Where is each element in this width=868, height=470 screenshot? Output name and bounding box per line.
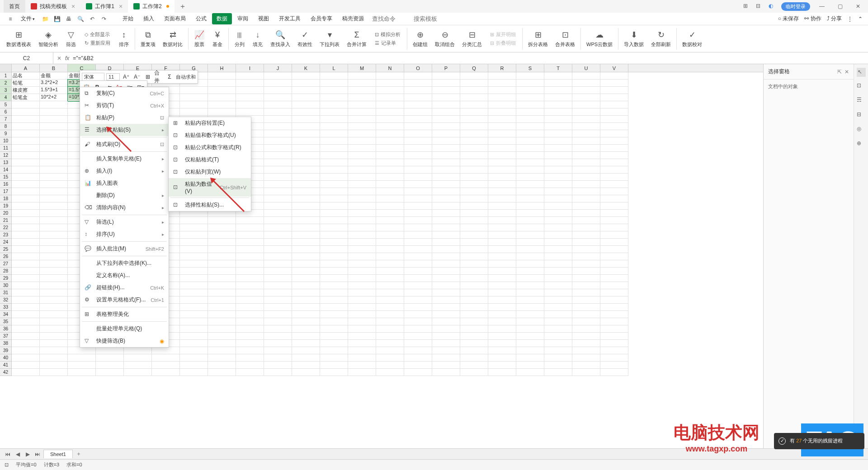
row-header[interactable]: 10 <box>0 137 12 145</box>
row-header[interactable]: 31 <box>0 289 12 296</box>
cell[interactable] <box>544 202 572 210</box>
cell[interactable] <box>376 246 404 253</box>
cell[interactable] <box>544 296 572 304</box>
tool-icon[interactable]: ⊕ <box>857 140 866 149</box>
cell[interactable] <box>264 188 292 195</box>
cell[interactable] <box>488 296 516 304</box>
cell[interactable] <box>376 137 404 145</box>
row-header[interactable]: 15 <box>0 174 12 181</box>
cell[interactable] <box>516 181 544 188</box>
cell[interactable] <box>264 239 292 246</box>
cell[interactable] <box>292 354 320 362</box>
search-command-input[interactable] <box>369 13 410 24</box>
cell[interactable] <box>236 275 264 282</box>
cell[interactable] <box>236 224 264 231</box>
menu-resource[interactable]: 稿壳资源 <box>338 13 368 24</box>
cell[interactable] <box>600 260 628 268</box>
paste-item[interactable]: 📋粘贴(P)⊡ <box>80 112 169 124</box>
row-header[interactable]: 29 <box>0 275 12 282</box>
paste-special-item[interactable]: ☰选择性粘贴(S)▸ <box>80 124 169 136</box>
cell[interactable] <box>516 289 544 296</box>
cell[interactable] <box>264 340 292 347</box>
cell[interactable] <box>404 94 432 101</box>
cell[interactable] <box>348 231 376 239</box>
cell[interactable] <box>600 289 628 296</box>
cell[interactable] <box>516 239 544 246</box>
cell[interactable] <box>404 217 432 224</box>
cell[interactable] <box>208 246 236 253</box>
cell[interactable] <box>600 152 628 159</box>
cell[interactable] <box>68 347 96 354</box>
cell[interactable] <box>516 87 544 94</box>
col-header-A[interactable]: A <box>12 64 40 72</box>
cell[interactable] <box>292 188 320 195</box>
cell[interactable] <box>544 87 572 94</box>
cell[interactable] <box>264 94 292 101</box>
cell[interactable] <box>180 354 208 362</box>
cell[interactable] <box>96 362 124 369</box>
cell[interactable] <box>432 202 460 210</box>
cell[interactable] <box>348 152 376 159</box>
cell[interactable] <box>516 145 544 152</box>
row-header[interactable]: 36 <box>0 325 12 333</box>
cell[interactable] <box>292 217 320 224</box>
cell[interactable] <box>40 304 68 311</box>
cell[interactable] <box>460 174 488 181</box>
cell[interactable] <box>404 116 432 123</box>
cell[interactable] <box>600 166 628 174</box>
cell[interactable] <box>488 333 516 340</box>
cell[interactable] <box>432 123 460 130</box>
cell[interactable] <box>40 318 68 325</box>
cell[interactable] <box>264 80 292 87</box>
cell[interactable] <box>208 239 236 246</box>
cell[interactable] <box>544 116 572 123</box>
cell[interactable] <box>348 145 376 152</box>
cell[interactable] <box>404 304 432 311</box>
cell[interactable] <box>208 217 236 224</box>
show-all-button[interactable]: ◇ 全部显示 <box>83 31 112 38</box>
cell[interactable] <box>208 318 236 325</box>
cell[interactable] <box>544 304 572 311</box>
cell[interactable] <box>320 188 348 195</box>
cell[interactable] <box>572 253 600 260</box>
cell[interactable] <box>180 304 208 311</box>
cell[interactable] <box>208 311 236 318</box>
cell[interactable] <box>348 202 376 210</box>
cell[interactable] <box>572 123 600 130</box>
cell[interactable] <box>12 268 40 275</box>
cell[interactable] <box>376 282 404 289</box>
insert-chart-item[interactable]: 📊插入图表 <box>80 177 169 189</box>
cell[interactable] <box>236 246 264 253</box>
cell[interactable] <box>40 217 68 224</box>
cell[interactable] <box>404 268 432 275</box>
cell[interactable] <box>40 145 68 152</box>
cell[interactable] <box>320 340 348 347</box>
cell[interactable] <box>488 362 516 369</box>
new-tab-button[interactable]: ＋ <box>175 2 191 11</box>
cell[interactable] <box>488 325 516 333</box>
cell[interactable] <box>460 130 488 137</box>
cell[interactable] <box>292 159 320 166</box>
cell[interactable] <box>460 108 488 116</box>
cell[interactable] <box>348 224 376 231</box>
menu-data[interactable]: 数据 <box>212 13 232 24</box>
cell[interactable] <box>432 231 460 239</box>
cell[interactable] <box>544 275 572 282</box>
cell[interactable] <box>12 130 40 137</box>
cell[interactable] <box>516 282 544 289</box>
cell[interactable] <box>264 362 292 369</box>
cell[interactable] <box>600 137 628 145</box>
cell[interactable] <box>488 318 516 325</box>
cell[interactable] <box>12 202 40 210</box>
cell[interactable] <box>208 347 236 354</box>
cell[interactable] <box>40 130 68 137</box>
cell[interactable] <box>516 340 544 347</box>
cell[interactable] <box>236 282 264 289</box>
col-header-U[interactable]: U <box>572 64 600 72</box>
cell[interactable] <box>376 108 404 116</box>
col-header-S[interactable]: S <box>516 64 544 72</box>
cell[interactable] <box>180 296 208 304</box>
cell[interactable] <box>236 239 264 246</box>
cell[interactable] <box>236 268 264 275</box>
cell[interactable] <box>292 275 320 282</box>
